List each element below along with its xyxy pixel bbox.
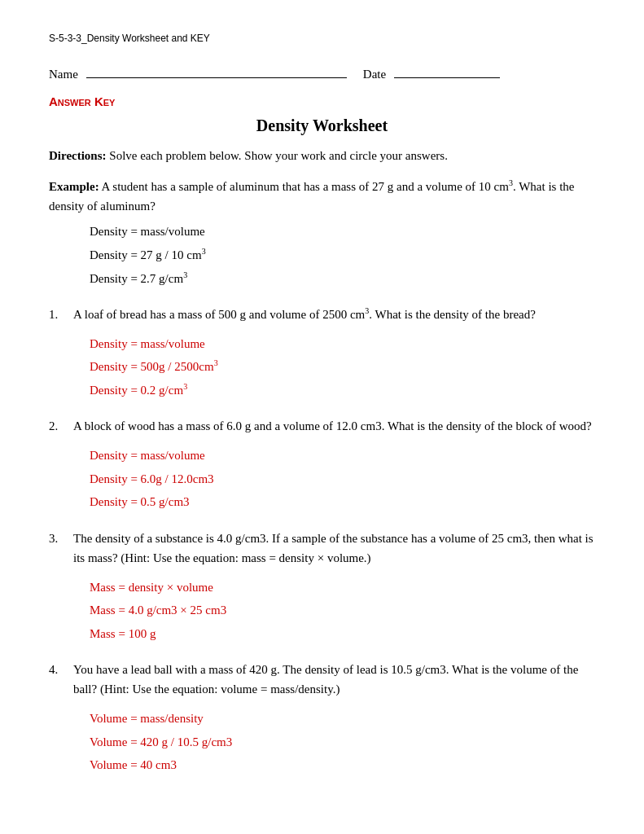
question-1-body: A loaf of bread has a mass of 500 g and …: [73, 305, 595, 402]
q1-answer-2: Density = 500g / 2500cm3: [90, 355, 595, 379]
question-3-number: 3.: [49, 529, 73, 646]
question-2-text: A block of wood has a mass of 6.0 g and …: [73, 416, 595, 436]
q4-answer-1: Volume = mass/density: [90, 707, 595, 731]
question-2-answers: Density = mass/volume Density = 6.0g / 1…: [90, 444, 595, 514]
example-label: Example:: [49, 180, 99, 193]
questions-list: 1. A loaf of bread has a mass of 500 g a…: [49, 305, 595, 777]
example-text: A student has a sample of aluminum that …: [49, 180, 574, 213]
filename: S-5-3-3_Density Worksheet and KEY: [49, 33, 210, 44]
question-3-body: The density of a substance is 4.0 g/cm3.…: [73, 529, 595, 646]
date-line: [394, 64, 500, 78]
worksheet-title: Density Worksheet: [49, 116, 595, 135]
example-answer-1: Density = mass/volume: [90, 221, 595, 243]
question-2-body: A block of wood has a mass of 6.0 g and …: [73, 416, 595, 514]
directions-text: Solve each problem below. Show your work…: [107, 149, 448, 162]
answer-key-label: Answer Key: [49, 94, 595, 108]
q3-answer-2: Mass = 4.0 g/cm3 × 25 cm3: [90, 599, 595, 622]
q3-answer-1: Mass = density × volume: [90, 576, 595, 599]
directions: Directions: Solve each problem below. Sh…: [49, 147, 595, 165]
question-4: 4. You have a lead ball with a mass of 4…: [49, 660, 595, 777]
date-label: Date: [363, 68, 386, 81]
question-4-answers: Volume = mass/density Volume = 420 g / 1…: [90, 707, 595, 777]
q4-answer-3: Volume = 40 cm3: [90, 753, 595, 777]
question-1: 1. A loaf of bread has a mass of 500 g a…: [49, 305, 595, 402]
example-answer-3: Density = 2.7 g/cm3: [90, 268, 595, 290]
q2-answer-1: Density = mass/volume: [90, 444, 595, 467]
question-3-answers: Mass = density × volume Mass = 4.0 g/cm3…: [90, 576, 595, 646]
example-answer-2: Density = 27 g / 10 cm3: [90, 244, 595, 266]
q4-answer-2: Volume = 420 g / 10.5 g/cm3: [90, 731, 595, 754]
q1-answer-3: Density = 0.2 g/cm3: [90, 379, 595, 402]
name-label: Name: [49, 68, 78, 81]
question-2: 2. A block of wood has a mass of 6.0 g a…: [49, 416, 595, 514]
example-answers: Density = mass/volume Density = 27 g / 1…: [90, 221, 595, 290]
question-4-body: You have a lead ball with a mass of 420 …: [73, 660, 595, 777]
question-1-answers: Density = mass/volume Density = 500g / 2…: [90, 332, 595, 402]
doc-header: S-5-3-3_Density Worksheet and KEY: [49, 33, 595, 44]
question-1-text: A loaf of bread has a mass of 500 g and …: [73, 305, 595, 324]
directions-label: Directions:: [49, 149, 107, 162]
question-4-number: 4.: [49, 660, 73, 777]
question-3-text: The density of a substance is 4.0 g/cm3.…: [73, 529, 595, 568]
question-4-text: You have a lead ball with a mass of 420 …: [73, 660, 595, 699]
question-1-number: 1.: [49, 305, 73, 402]
example-block: Example: A student has a sample of alumi…: [49, 177, 595, 290]
name-line: [86, 64, 347, 78]
q2-answer-2: Density = 6.0g / 12.0cm3: [90, 467, 595, 491]
question-3: 3. The density of a substance is 4.0 g/c…: [49, 529, 595, 646]
q1-answer-1: Density = mass/volume: [90, 332, 595, 356]
name-date-row: Name Date: [49, 64, 595, 81]
question-2-number: 2.: [49, 416, 73, 514]
q3-answer-3: Mass = 100 g: [90, 622, 595, 646]
q2-answer-3: Density = 0.5 g/cm3: [90, 490, 595, 514]
